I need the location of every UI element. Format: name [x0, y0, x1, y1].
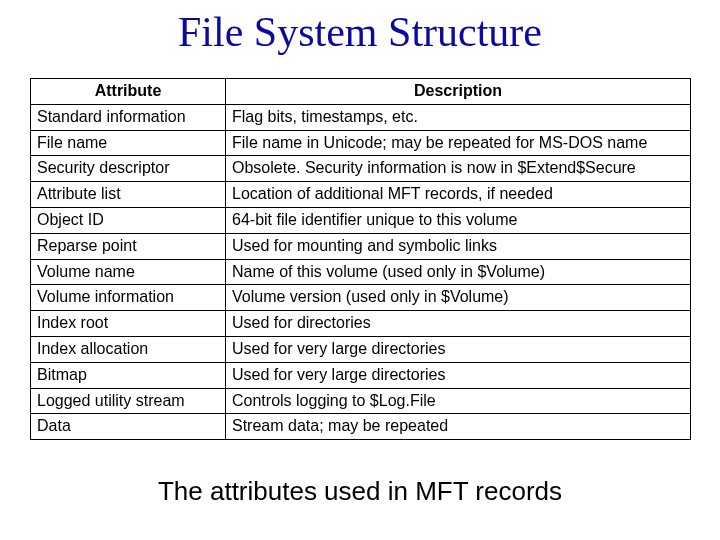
table-row: Object ID 64-bit file identifier unique …	[31, 207, 691, 233]
cell-description: Used for very large directories	[226, 336, 691, 362]
attributes-table: Attribute Description Standard informati…	[30, 78, 691, 440]
table-row: Logged utility stream Controls logging t…	[31, 388, 691, 414]
table-row: Index allocation Used for very large dir…	[31, 336, 691, 362]
slide-caption: The attributes used in MFT records	[30, 476, 690, 507]
slide: File System Structure Attribute Descript…	[0, 0, 720, 540]
table-row: Attribute list Location of additional MF…	[31, 182, 691, 208]
cell-description: Obsolete. Security information is now in…	[226, 156, 691, 182]
table-row: Index root Used for directories	[31, 311, 691, 337]
cell-attribute: Standard information	[31, 104, 226, 130]
cell-description: Volume version (used only in $Volume)	[226, 285, 691, 311]
table-row: Standard information Flag bits, timestam…	[31, 104, 691, 130]
table-row: Reparse point Used for mounting and symb…	[31, 233, 691, 259]
cell-description: Stream data; may be repeated	[226, 414, 691, 440]
cell-description: 64-bit file identifier unique to this vo…	[226, 207, 691, 233]
cell-attribute: Logged utility stream	[31, 388, 226, 414]
cell-attribute: Reparse point	[31, 233, 226, 259]
table-row: Volume name Name of this volume (used on…	[31, 259, 691, 285]
cell-description: Flag bits, timestamps, etc.	[226, 104, 691, 130]
cell-description: Used for very large directories	[226, 362, 691, 388]
cell-attribute: File name	[31, 130, 226, 156]
cell-description: Used for mounting and symbolic links	[226, 233, 691, 259]
table-row: Data Stream data; may be repeated	[31, 414, 691, 440]
table-row: Security descriptor Obsolete. Security i…	[31, 156, 691, 182]
cell-description: Location of additional MFT records, if n…	[226, 182, 691, 208]
cell-attribute: Volume information	[31, 285, 226, 311]
table-row: Volume information Volume version (used …	[31, 285, 691, 311]
table-row: Bitmap Used for very large directories	[31, 362, 691, 388]
cell-description: Controls logging to $Log.File	[226, 388, 691, 414]
cell-attribute: Index allocation	[31, 336, 226, 362]
cell-description: Used for directories	[226, 311, 691, 337]
slide-title: File System Structure	[30, 8, 690, 56]
cell-attribute: Attribute list	[31, 182, 226, 208]
cell-attribute: Data	[31, 414, 226, 440]
table-header-row: Attribute Description	[31, 79, 691, 105]
col-header-description: Description	[226, 79, 691, 105]
cell-attribute: Bitmap	[31, 362, 226, 388]
cell-description: File name in Unicode; may be repeated fo…	[226, 130, 691, 156]
table-row: File name File name in Unicode; may be r…	[31, 130, 691, 156]
cell-description: Name of this volume (used only in $Volum…	[226, 259, 691, 285]
cell-attribute: Object ID	[31, 207, 226, 233]
cell-attribute: Volume name	[31, 259, 226, 285]
col-header-attribute: Attribute	[31, 79, 226, 105]
cell-attribute: Security descriptor	[31, 156, 226, 182]
cell-attribute: Index root	[31, 311, 226, 337]
